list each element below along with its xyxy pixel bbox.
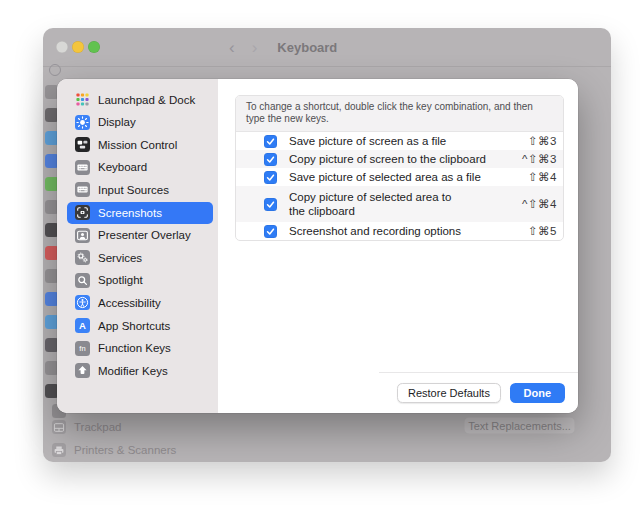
close-button[interactable] <box>56 41 68 53</box>
shortcut-keys[interactable]: ^⇧⌘4 <box>522 197 557 211</box>
services-icon <box>75 250 90 265</box>
sidebar-item-label: Presenter Overlay <box>98 229 191 241</box>
sidebar-item-mission-control[interactable]: Mission Control <box>67 134 213 156</box>
spotlight-icon <box>75 273 90 288</box>
sidebar-item-label: Input Sources <box>98 184 169 196</box>
display-icon <box>75 115 90 130</box>
back-chevron-icon[interactable]: ‹ <box>225 39 239 56</box>
sidebar-item-accessibility[interactable]: Accessibility <box>67 292 213 314</box>
sidebar-item-label: Accessibility <box>98 297 161 309</box>
shortcut-label: Copy picture of screen to the clipboard <box>289 152 486 166</box>
sidebar-item-screenshots[interactable]: Screenshots <box>67 202 213 224</box>
shortcut-row: Screenshot and recording options ⇧⌘5 <box>236 222 563 240</box>
sidebar-item-services[interactable]: Services <box>67 247 213 269</box>
text-replacements-button[interactable]: Text Replacements... <box>464 417 575 434</box>
keyboard-icon <box>75 160 90 175</box>
sidebar-item-label: Launchpad & Dock <box>98 94 195 106</box>
shortcuts-content: To change a shortcut, double click the k… <box>218 79 578 413</box>
sidebar-item-input-sources[interactable]: Input Sources <box>67 179 213 201</box>
sidebar-item-presenter-overlay[interactable]: Presenter Overlay <box>67 224 213 246</box>
presenter-overlay-icon <box>75 228 90 243</box>
launchpad-icon <box>75 92 90 107</box>
input-sources-icon <box>75 182 90 197</box>
checkbox-checked[interactable] <box>264 153 277 166</box>
shortcut-keys[interactable]: ⇧⌘3 <box>528 134 557 148</box>
sidebar-item-function-keys[interactable]: fn Function Keys <box>67 337 213 359</box>
shortcut-row: Save picture of screen as a file ⇧⌘3 <box>236 132 563 150</box>
svg-text:fn: fn <box>79 344 85 353</box>
shortcuts-sidebar: Launchpad & Dock Display Mission Control <box>57 79 218 413</box>
trackpad-icon <box>52 420 66 434</box>
sidebar-item-label: App Shortcuts <box>98 320 170 332</box>
sidebar-item-modifier-keys[interactable]: Modifier Keys <box>67 360 213 382</box>
sidebar-item-spotlight[interactable]: Spotlight <box>67 269 213 291</box>
checkbox-checked[interactable] <box>264 198 277 211</box>
screenshots-icon <box>75 205 90 220</box>
sidebar-item-display[interactable]: Display <box>67 111 213 133</box>
shortcut-keys[interactable]: ^⇧⌘3 <box>522 152 557 166</box>
sidebar-item-app-shortcuts[interactable]: A App Shortcuts <box>67 315 213 337</box>
traffic-lights <box>56 41 100 53</box>
sidebar-item-launchpad-dock[interactable]: Launchpad & Dock <box>67 89 213 111</box>
shortcut-row: Copy picture of selected area tothe clip… <box>236 186 563 222</box>
mission-control-icon <box>75 137 90 152</box>
titlebar: ‹ › Keyboard <box>43 28 611 67</box>
keyboard-shortcuts-dialog: Launchpad & Dock Display Mission Control <box>57 79 578 413</box>
shortcut-label: Save picture of selected area as a file <box>289 170 481 184</box>
sidebar-item-label: Keyboard <box>98 161 147 173</box>
checkbox-checked[interactable] <box>264 135 277 148</box>
search-icon <box>49 64 61 76</box>
sidebar-item-label: Function Keys <box>98 342 171 354</box>
toolbar-nav: ‹ › Keyboard <box>225 28 337 66</box>
accessibility-icon <box>75 295 90 310</box>
checkbox-checked[interactable] <box>264 171 277 184</box>
dialog-footer: Restore Defaults Done <box>379 372 578 413</box>
desktop: ‹ › Keyboard Trackpad <box>0 0 640 523</box>
shortcut-keys[interactable]: ⇧⌘5 <box>528 224 557 238</box>
checkbox-checked[interactable] <box>264 225 277 238</box>
settings-window: ‹ › Keyboard Trackpad <box>43 28 611 462</box>
instruction-text: To change a shortcut, double click the k… <box>236 96 563 132</box>
svg-text:A: A <box>79 320 86 331</box>
sidebar-item-label: Display <box>98 116 136 128</box>
shortcut-keys[interactable]: ⇧⌘4 <box>528 170 557 184</box>
sidebar-item-label: Mission Control <box>98 139 177 151</box>
shortcut-label: Copy picture of selected area tothe clip… <box>289 190 451 219</box>
shortcut-label: Save picture of screen as a file <box>289 134 446 148</box>
sidebar-item-printers-scanners[interactable]: Printers & Scanners <box>52 443 176 457</box>
function-keys-icon: fn <box>75 341 90 356</box>
done-button[interactable]: Done <box>510 383 566 403</box>
sidebar-item-label: Trackpad <box>74 421 122 433</box>
window-title: Keyboard <box>277 40 337 55</box>
sidebar-item-trackpad[interactable]: Trackpad <box>52 420 122 434</box>
shortcut-label: Screenshot and recording options <box>289 224 461 238</box>
app-shortcuts-icon: A <box>75 318 90 333</box>
shortcut-row: Copy picture of screen to the clipboard … <box>236 150 563 168</box>
restore-defaults-button[interactable]: Restore Defaults <box>397 383 501 403</box>
forward-chevron-icon[interactable]: › <box>248 39 262 56</box>
sidebar-item-label: Screenshots <box>98 207 162 219</box>
zoom-button[interactable] <box>88 41 100 53</box>
shortcut-row: Save picture of selected area as a file … <box>236 168 563 186</box>
sidebar-item-label: Spotlight <box>98 274 143 286</box>
sidebar-item-label: Modifier Keys <box>98 365 168 377</box>
shortcuts-group: To change a shortcut, double click the k… <box>235 95 564 241</box>
minimize-button[interactable] <box>72 41 84 53</box>
modifier-keys-icon <box>75 363 90 378</box>
sidebar-item-label: Services <box>98 252 142 264</box>
sidebar-item-keyboard[interactable]: Keyboard <box>67 156 213 178</box>
printer-icon <box>52 443 66 457</box>
sidebar-item-label: Printers & Scanners <box>74 444 176 456</box>
